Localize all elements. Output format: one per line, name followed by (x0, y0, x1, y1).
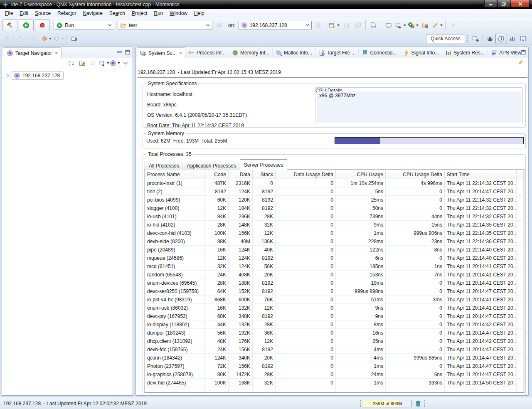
menu-refactor[interactable]: Refactor (54, 10, 79, 17)
process-tab-application-processes[interactable]: Application Processes (183, 161, 240, 170)
table-row[interactable]: pipe (20489)16K124K40K0122ns8nsThu Apr 1… (145, 246, 524, 254)
process-tab-server-processes[interactable]: Server Processes (240, 159, 288, 170)
pin-editor-button[interactable] (69, 33, 80, 44)
window-close-button[interactable] (511, 0, 530, 7)
table-row[interactable]: enum-devices (69645)28K188K8192019ms0Thu… (145, 279, 524, 287)
view-maximize-button[interactable] (520, 49, 527, 56)
table-row[interactable]: io-display (118802)44K132K28K08ms0Thu Ap… (145, 320, 524, 329)
column-header-code[interactable]: Code (205, 170, 229, 179)
tab-target-navigator[interactable]: Target Navigator × (3, 47, 62, 58)
drag-grip[interactable] (424, 400, 425, 407)
tab-system-res[interactable]: System Res... (442, 48, 488, 58)
table-row[interactable]: tinit (2)8192124K819205ns0Thu Apr 11 20:… (145, 187, 524, 196)
menu-file[interactable]: File (2, 10, 16, 17)
tab-malloc-info[interactable]: Malloc Info... (273, 48, 315, 58)
launch-target-button[interactable] (99, 59, 108, 67)
menu-source[interactable]: Source (32, 10, 54, 17)
pin-columns-button[interactable] (78, 59, 87, 67)
menu-search[interactable]: Search (106, 10, 128, 17)
tab-signal-info[interactable]: Signal Info... (400, 48, 443, 58)
tab-process-inf[interactable]: Process Inf... (185, 48, 229, 58)
tab-system-su[interactable]: System Su...× (137, 47, 185, 58)
table-row[interactable]: devb-fdc (159765)24K156K819204ms0Thu Apr… (145, 345, 524, 354)
binary-parser-button[interactable]: 010 (367, 20, 379, 31)
column-header-data[interactable]: Data (229, 170, 253, 179)
tab-close-icon[interactable]: × (55, 51, 58, 55)
build-button[interactable] (2, 19, 17, 31)
refresh-button[interactable] (89, 59, 98, 67)
perspective-c-cpp-button[interactable]: C (518, 34, 529, 44)
open-type-button[interactable] (419, 20, 431, 31)
menu-project[interactable]: Project (128, 10, 150, 17)
table-row[interactable]: enum-usb (86032)16K132K12K09ns0Thu Apr 1… (145, 304, 524, 312)
tab-close-icon[interactable]: × (179, 51, 182, 55)
tab-memory-inf[interactable]: Memory Inf... (229, 48, 273, 58)
garbage-collect-button[interactable] (414, 399, 422, 408)
window-restore-button[interactable] (498, 0, 510, 7)
column-header-data-usage-delta[interactable]: Data Usage Delta (276, 170, 336, 179)
view-minimize-button[interactable] (512, 49, 518, 56)
table-row[interactable]: devc-ser8250 (159758)64K152K81920999us 8… (145, 287, 524, 296)
perspective-debug-button[interactable] (485, 34, 495, 44)
project-combo[interactable]: test (118, 21, 212, 30)
tab-target-file[interactable]: Target File ... (315, 48, 359, 58)
table-row[interactable]: io-pkt-v4-hc (98319)868K600K76K051ms3msT… (145, 296, 524, 304)
menu-help[interactable]: Help (191, 10, 208, 17)
perspective-resources-button[interactable] (507, 34, 518, 44)
back-small-button[interactable] (28, 33, 40, 44)
table-row[interactable]: Photon (237597)72K156K819201ms0Thu Apr 1… (145, 362, 524, 370)
project-settings-button[interactable] (213, 21, 225, 30)
back-button[interactable] (40, 33, 52, 44)
save-all-button[interactable] (352, 20, 364, 31)
table-row[interactable]: dumper (180243)56K192K36K016ns0Thu Apr 1… (145, 329, 524, 337)
table-row[interactable]: io-usb (4101)84K236K28K0739ns44nsThu Apr… (145, 212, 524, 221)
stop-button[interactable] (35, 19, 50, 31)
launch-mode-button[interactable] (394, 20, 407, 31)
import-button[interactable] (3, 33, 16, 44)
perspective-system-information-button[interactable] (495, 34, 507, 44)
table-row[interactable]: io-hid (4102)28K148K32K09ms15nsThu Apr 1… (145, 221, 524, 229)
new-target-button[interactable] (110, 59, 119, 67)
menu-edit[interactable]: Edit (16, 10, 32, 17)
column-header-cpu-usage[interactable]: CPU Usage (336, 170, 386, 179)
menu-run[interactable]: Run (150, 10, 166, 17)
tab-connectio[interactable]: Connectio... (359, 48, 400, 58)
run-button[interactable] (19, 19, 34, 31)
column-header-start-time[interactable]: Start Time (445, 170, 517, 179)
table-row[interactable]: random (65548)24K408K20K0153ns7nsThu Apr… (145, 271, 524, 279)
column-header-stack[interactable]: Stack (253, 170, 276, 179)
annotate-button[interactable] (447, 20, 459, 31)
log-highlighter-button[interactable] (516, 59, 525, 67)
table-row[interactable]: devc-pty (167953)60K348K819209ns0Thu Apr… (145, 312, 524, 320)
open-perspective-button[interactable] (470, 34, 481, 44)
console-button[interactable] (383, 20, 394, 31)
menu-window[interactable]: Window (166, 10, 191, 17)
menu-navigate[interactable]: Navigate (79, 10, 106, 17)
table-row[interactable]: io-graphics (258078)80K1472K28K024ms6nsT… (145, 370, 524, 379)
column-header-process-name[interactable]: Process Name (145, 170, 205, 179)
new-wizard-button[interactable] (328, 20, 340, 31)
table-row[interactable]: pci-bios (4099)60K120K8192025ms0Thu Apr … (145, 196, 524, 204)
table-row[interactable]: qconn (184342)124K340K20K04ms999us 885ns… (145, 354, 524, 362)
table-row[interactable]: procnto-instr (1)487K2316K001m 10s 254ms… (145, 179, 524, 187)
target-combo[interactable]: 192.168.237.128 (239, 21, 312, 30)
table-row[interactable]: slogger (4100)12K184K8192050ns0Thu Apr 1… (145, 204, 524, 212)
sort-button[interactable]: AZ (67, 59, 76, 67)
table-row[interactable]: devb-eide (8200)88K40M136K0228ms23nsThu … (145, 237, 524, 246)
save-button[interactable] (340, 20, 352, 31)
run-history-button[interactable] (407, 20, 419, 31)
target-settings-button[interactable] (313, 21, 324, 30)
quick-access-box[interactable]: Quick Access (426, 34, 465, 43)
process-tab-all-processes[interactable]: All Processes (145, 161, 183, 170)
view-minimize-button[interactable] (116, 49, 123, 56)
table-row[interactable]: dhcp.client (131092)48K176K12K025ns0Thu … (145, 337, 524, 345)
drag-grip[interactable] (360, 400, 361, 407)
table-row[interactable]: mcd (61451)32K124K56K0185ns1nsThu Apr 11… (145, 262, 524, 271)
table-row[interactable]: mqueue (24586)12K124K819206ns0Thu Apr 11… (145, 254, 524, 262)
export-button[interactable] (16, 33, 28, 44)
target-tree-item[interactable]: 192.168.237.128 (5, 71, 133, 80)
table-row[interactable]: devc-con-hid (4103)100K156K12K01ms999us … (145, 229, 524, 237)
search-wand-button[interactable] (431, 20, 443, 31)
view-menu-button[interactable] (121, 59, 130, 67)
view-maximize-button[interactable] (124, 49, 131, 56)
